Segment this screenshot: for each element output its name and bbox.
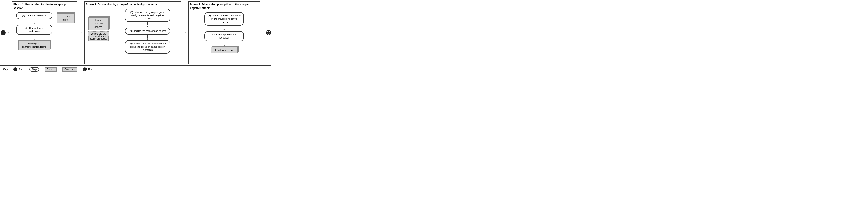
feedback-forms: Feedback forms <box>211 47 238 53</box>
step-introduce: (1) Introduce the group of game design e… <box>125 9 170 22</box>
arrow-down-introduce: ▼ <box>147 22 149 28</box>
consent-forms-stack: Consent forms <box>57 13 74 23</box>
outer-start-flow: → <box>0 0 11 65</box>
step-collect-feedback: (2) Collect participant feedback <box>204 31 244 41</box>
phase2-right: (1) Introduce the group of game design e… <box>117 9 179 54</box>
phase1-consent: Consent forms ← - - <box>57 13 74 26</box>
phase1-top: (1) Recruit developers ▼ (2) Characteriz… <box>14 12 74 50</box>
key-end-circle <box>83 67 87 71</box>
phase3-content: (1) Discuss relative relevance of the ma… <box>190 11 258 54</box>
step-recruit: (1) Recruit developers <box>16 12 52 19</box>
loop-indicator: ↺ <box>98 42 99 45</box>
arrow-phase2-phase3: → <box>182 0 187 65</box>
phase2-panel: Phase 2: Discussion by group of game des… <box>84 1 182 64</box>
start-arrow: → <box>6 31 10 35</box>
arrow-down-1: ▼ <box>33 19 35 25</box>
phase2-title: Phase 2: Discussion by group of game des… <box>86 3 180 6</box>
key-condition-item: Condition <box>62 67 77 72</box>
feedback-forms-stack: Feedback forms <box>211 47 238 53</box>
key-step-item: Step <box>29 67 39 72</box>
phase3-panel: Phase 3: Discussion perception of the ma… <box>188 1 260 64</box>
key-artifact-box: Artifact <box>44 67 57 72</box>
mural-canvas-stack: Mural discussion canvas <box>88 17 109 30</box>
arrow-phase1-phase2: → <box>78 0 83 65</box>
phase1-content: (1) Recruit developers ▼ (2) Characteriz… <box>13 11 75 51</box>
key-step-box: Step <box>29 67 39 72</box>
consent-forms: Consent forms <box>57 13 74 23</box>
key-condition-box: Condition <box>62 67 77 72</box>
phase1-panel: Phase 1: Preparation for the focus group… <box>11 1 77 64</box>
phase2-mid-arrow: → <box>112 9 115 54</box>
condition-box-phase2: While there are groups of game design el… <box>88 31 109 41</box>
phase2-left: Mural discussion canvas While there are … <box>87 9 112 54</box>
end-circle-container <box>266 0 271 65</box>
diagram-container: → Phase 1: Preparation for the focus gro… <box>0 0 271 73</box>
key-start-item: Start <box>13 67 24 71</box>
arrow-down-relevance: ▼ <box>223 26 225 31</box>
start-circle-main <box>1 30 6 35</box>
phase1-title: Phase 1: Preparation for the focus group… <box>13 3 75 10</box>
step-discuss-relevance: (1) Discuss relative relevance of the ma… <box>204 12 244 26</box>
end-circle <box>266 30 271 35</box>
key-label: Key <box>3 68 8 71</box>
artifact-participant-forms: Participant characterization forms <box>18 40 50 50</box>
phase1-flow: (1) Recruit developers ▼ (2) Characteriz… <box>14 12 54 50</box>
arrow-down-awareness: ▼ <box>147 35 149 40</box>
phase2-content: Mural discussion canvas While there are … <box>86 8 180 55</box>
key-start-label: Start <box>19 68 24 71</box>
key-row: Key Start Step Artifact Condition End <box>0 65 271 73</box>
phases-row: → Phase 1: Preparation for the focus gro… <box>0 0 271 65</box>
key-start-circle <box>13 67 18 71</box>
step-characterize: (2) Characterize participants <box>16 25 52 35</box>
key-end-label: End <box>88 68 93 71</box>
phase3-title: Phase 3: Discussion perception of the ma… <box>190 3 258 10</box>
key-artifact-item: Artifact <box>44 67 57 72</box>
artifact-participant-forms-stack: Participant characterization forms <box>18 40 50 50</box>
phase3-flow: (1) Discuss relative relevance of the ma… <box>191 12 257 53</box>
step-awareness: (2) Discuss the awareness degree <box>125 28 170 34</box>
step-elicit: (3) Discuss and elicit comments of using… <box>125 40 170 54</box>
key-end-item: End <box>83 67 93 71</box>
mural-canvas: Mural discussion canvas <box>88 17 109 30</box>
arrow-to-end: → <box>261 0 266 65</box>
